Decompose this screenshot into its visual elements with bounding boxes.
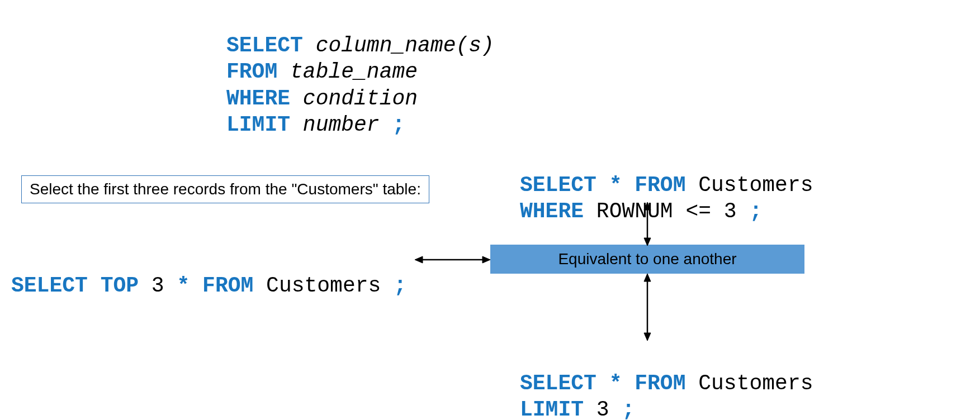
sql-syntax-template: SELECT column_name(s) FROM table_name WH…	[226, 6, 494, 139]
sql-example-limit: SELECT * FROM Customers LIMIT 3 ;	[520, 343, 813, 420]
placeholder-table: table_name	[277, 60, 418, 84]
semicolon: ;	[394, 274, 406, 298]
keyword-select-star-from: SELECT * FROM	[520, 371, 685, 395]
table-customers: Customers	[685, 371, 813, 395]
arrow-left-icon	[415, 251, 490, 268]
keyword-where: WHERE	[520, 199, 584, 223]
semicolon: ;	[392, 113, 405, 137]
keyword-star-from: * FROM	[177, 274, 253, 298]
task-description-box: Select the first three records from the …	[21, 175, 429, 203]
placeholder-condition: condition	[290, 87, 418, 111]
svg-marker-2	[482, 256, 490, 263]
svg-marker-4	[644, 202, 651, 210]
condition-rownum: ROWNUM <= 3	[584, 199, 749, 223]
keyword-select-star-from: SELECT * FROM	[520, 173, 685, 197]
task-description-text: Select the first three records from the …	[30, 180, 421, 198]
svg-marker-1	[415, 256, 423, 263]
literal-3: 3	[139, 274, 177, 298]
keyword-limit: LIMIT	[520, 398, 584, 420]
literal-3: 3	[584, 398, 622, 420]
arrow-top-icon	[639, 202, 656, 246]
keyword-limit: LIMIT	[226, 113, 290, 137]
keyword-from: FROM	[226, 60, 277, 84]
placeholder-number: number	[290, 113, 392, 137]
svg-marker-5	[644, 238, 651, 246]
svg-marker-7	[644, 274, 651, 281]
keyword-select-top: SELECT TOP	[11, 274, 139, 298]
semicolon: ;	[622, 398, 635, 420]
semicolon: ;	[749, 199, 762, 223]
equivalence-label: Equivalent to one another	[558, 250, 736, 268]
keyword-select: SELECT	[226, 34, 303, 58]
svg-marker-8	[644, 333, 651, 341]
placeholder-columns: column_name(s)	[303, 34, 494, 58]
sql-example-rownum: SELECT * FROM Customers WHERE ROWNUM <= …	[520, 145, 813, 225]
arrow-bottom-icon	[639, 274, 656, 341]
equivalence-box: Equivalent to one another	[490, 245, 804, 274]
keyword-where: WHERE	[226, 87, 290, 111]
sql-example-top: SELECT TOP 3 * FROM Customers ;	[11, 246, 406, 299]
table-customers: Customers	[253, 274, 394, 298]
table-customers: Customers	[685, 173, 813, 197]
